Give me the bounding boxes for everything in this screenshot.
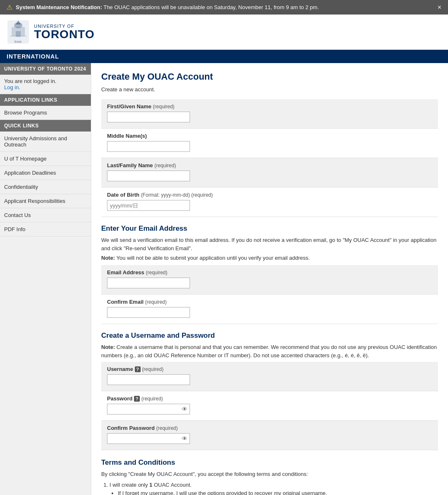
sidebar-item-uoft-homepage[interactable]: U of T Homepage: [0, 152, 91, 166]
nav-label: INTERNATIONAL: [7, 53, 59, 60]
email-section: Email Address (required): [101, 265, 438, 295]
username-help-icon[interactable]: ?: [135, 366, 141, 372]
first-name-label: First/Given Name (required): [107, 103, 432, 110]
page-title: Create My OUAC Account: [101, 71, 438, 82]
username-note: Note: Create a username that is personal…: [101, 343, 438, 359]
username-input[interactable]: [107, 374, 190, 385]
username-section-heading: Create a Username and Password: [101, 332, 438, 340]
sidebar-item-pdf-info[interactable]: PDF Info: [0, 222, 91, 237]
password-toggle-icon[interactable]: 👁: [182, 406, 187, 412]
header: Estd. UNIVERSITY OF TORONTO: [0, 15, 448, 50]
application-links-title: APPLICATION LINKS: [0, 94, 91, 106]
layout: UNIVERSITY OF TORONTO 2024 You are not l…: [0, 63, 448, 495]
password-input[interactable]: [107, 404, 190, 415]
sidebar-item-contact-us[interactable]: Contact Us: [0, 208, 91, 222]
dob-label: Date of Birth (Format: yyyy-mm-dd) (requ…: [107, 192, 432, 198]
email-desc: We will send a verification email to thi…: [101, 236, 438, 252]
dob-section: Date of Birth (Format: yyyy-mm-dd) (requ…: [101, 188, 438, 217]
sidebar: UNIVERSITY OF TORONTO 2024 You are not l…: [0, 63, 91, 495]
sidebar-item-application-deadlines[interactable]: Application Deadlines: [0, 166, 91, 180]
email-note: Note: You will not be able to submit you…: [101, 255, 438, 261]
middle-name-section: Middle Name(s): [101, 129, 438, 158]
terms-list: I will create only 1 OUAC Account. If I …: [110, 481, 438, 495]
quick-links-title: QUICK LINKS: [0, 120, 91, 132]
username-label: Username ? (required): [107, 366, 432, 372]
password-label: Password ? (required): [107, 395, 432, 402]
confirm-password-input[interactable]: [107, 433, 190, 444]
middle-name-input[interactable]: [107, 141, 190, 152]
terms-heading: Terms and Conditions: [101, 458, 438, 467]
last-name-label: Last/Family Name (required): [107, 162, 432, 168]
terms-section: Terms and Conditions By clicking "Create…: [101, 458, 438, 495]
warning-icon: ⚠: [7, 3, 12, 11]
sidebar-top-title: UNIVERSITY OF TORONTO 2024: [0, 63, 91, 75]
password-field-wrap: 👁: [107, 404, 190, 415]
email-input[interactable]: [107, 278, 190, 288]
email-label: Email Address (required): [107, 269, 432, 276]
confirm-email-input[interactable]: [107, 307, 190, 318]
first-name-input[interactable]: [107, 112, 190, 122]
sidebar-item-confidentiality[interactable]: Confidentiality: [0, 180, 91, 194]
confirm-password-section: Confirm Password (required) 👁: [101, 421, 438, 450]
toronto-label: TORONTO: [34, 29, 95, 40]
notification-text: System Maintenance Notification: The OUA…: [16, 4, 319, 10]
create-intro: Create a new account.: [101, 86, 438, 93]
confirm-password-label: Confirm Password (required): [107, 425, 432, 431]
logo-text: UNIVERSITY OF TORONTO: [34, 24, 95, 40]
dob-input[interactable]: [107, 200, 190, 211]
notification-close-button[interactable]: ×: [438, 4, 441, 11]
sidebar-item-university-admissions[interactable]: University Admissions and Outreach: [0, 132, 91, 152]
first-name-section: First/Given Name (required): [101, 99, 438, 129]
sidebar-item-applicant-responsibilities[interactable]: Applicant Responsibilities: [0, 194, 91, 208]
nav-bar: INTERNATIONAL: [0, 50, 448, 63]
logo-area: Estd. UNIVERSITY OF TORONTO: [7, 20, 95, 44]
terms-item-1: I will create only 1 OUAC Account. If I …: [110, 481, 438, 495]
confirm-password-field-wrap: 👁: [107, 433, 190, 444]
notification-bar: ⚠ System Maintenance Notification: The O…: [0, 0, 448, 15]
terms-intro: By clicking "Create My OUAC Account", yo…: [101, 470, 438, 478]
university-crest-icon: Estd.: [7, 20, 30, 44]
terms-subitem-1: If I forget my username, I will use the …: [118, 489, 438, 495]
confirm-email-section: Confirm Email (required): [101, 295, 438, 324]
email-section-heading: Enter Your Email Address: [101, 224, 438, 233]
confirm-email-label: Confirm Email (required): [107, 299, 432, 305]
login-link[interactable]: Log in.: [4, 84, 20, 90]
sidebar-item-browse-programs[interactable]: Browse Programs: [0, 106, 91, 120]
username-section: Username ? (required): [101, 362, 438, 391]
password-help-icon[interactable]: ?: [134, 396, 140, 402]
terms-sublist: If I forget my username, I will use the …: [118, 489, 438, 495]
sidebar-login-status: You are not logged in. Log in.: [0, 75, 91, 94]
main-content: Create My OUAC Account Create a new acco…: [91, 63, 448, 495]
middle-name-label: Middle Name(s): [107, 133, 432, 139]
last-name-section: Last/Family Name (required): [101, 158, 438, 188]
svg-text:Estd.: Estd.: [15, 40, 22, 44]
confirm-password-toggle-icon[interactable]: 👁: [182, 435, 187, 442]
last-name-input[interactable]: [107, 171, 190, 181]
password-section: Password ? (required) 👁: [101, 391, 438, 421]
